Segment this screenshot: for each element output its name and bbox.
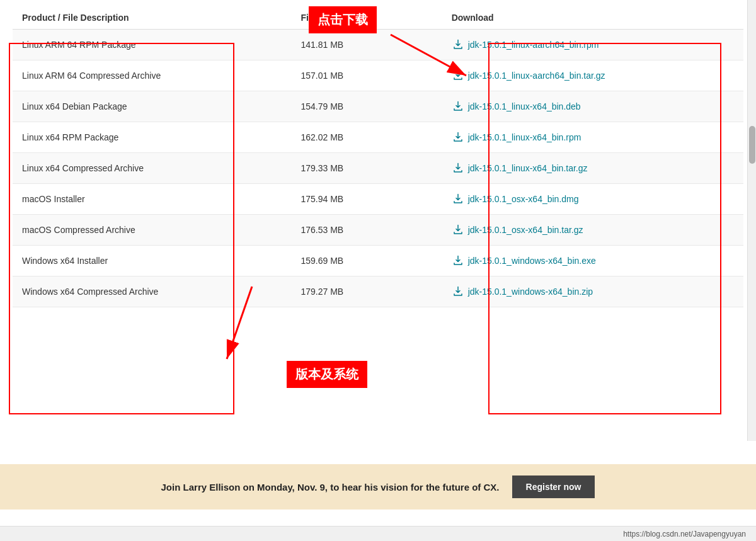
cell-filesize: 141.81 MB [291, 30, 442, 60]
download-icon [452, 285, 464, 298]
download-link[interactable]: jdk-15.0.1_linux-x64_bin.tar.gz [452, 162, 734, 174]
register-now-button[interactable]: Register now [512, 476, 595, 498]
cell-filesize: 162.02 MB [291, 122, 442, 153]
table-row: Linux x64 RPM Package162.02 MB jdk-15.0.… [13, 122, 743, 153]
download-filename: jdk-15.0.1_linux-x64_bin.rpm [468, 132, 581, 142]
download-link[interactable]: jdk-15.0.1_linux-aarch64_bin.tar.gz [452, 69, 734, 82]
table-row: Linux ARM 64 Compressed Archive157.01 MB… [13, 60, 743, 91]
download-icon [452, 69, 464, 82]
download-icon [452, 38, 464, 51]
download-filename: jdk-15.0.1_linux-aarch64_bin.tar.gz [468, 71, 605, 81]
cell-filesize: 154.79 MB [291, 91, 442, 122]
download-filename: jdk-15.0.1_windows-x64_bin.zip [468, 287, 593, 297]
cell-download: jdk-15.0.1_linux-x64_bin.deb [442, 91, 743, 122]
download-link[interactable]: jdk-15.0.1_windows-x64_bin.exe [452, 254, 734, 267]
download-filename: jdk-15.0.1_linux-aarch64_bin.rpm [468, 40, 599, 50]
cell-product: Linux ARM 64 RPM Package [13, 30, 291, 60]
download-icon [452, 162, 464, 174]
download-icon [452, 254, 464, 267]
table-row: Windows x64 Compressed Archive179.27 MB … [13, 276, 743, 307]
download-filename: jdk-15.0.1_linux-x64_bin.deb [468, 101, 581, 111]
download-table: Product / File Description File Size Dow… [13, 6, 743, 307]
cell-product: macOS Installer [13, 184, 291, 215]
table-row: macOS Compressed Archive176.53 MB jdk-15… [13, 215, 743, 246]
download-icon [452, 193, 464, 205]
download-icon [452, 224, 464, 236]
main-content: Product / File Description File Size Dow… [0, 6, 756, 307]
cell-filesize: 179.27 MB [291, 276, 442, 307]
table-row: Windows x64 Installer159.69 MB jdk-15.0.… [13, 246, 743, 276]
download-filename: jdk-15.0.1_windows-x64_bin.exe [468, 256, 596, 266]
cell-product: Windows x64 Compressed Archive [13, 276, 291, 307]
cell-product: Linux x64 Debian Package [13, 91, 291, 122]
cell-product: Linux x64 RPM Package [13, 122, 291, 153]
cell-filesize: 176.53 MB [291, 215, 442, 246]
table-row: Linux x64 Compressed Archive179.33 MB jd… [13, 153, 743, 184]
annotation-click: 点击下载 [309, 6, 377, 33]
scrollbar-thumb[interactable] [749, 126, 755, 164]
table-row: Linux ARM 64 RPM Package141.81 MB jdk-15… [13, 30, 743, 60]
download-link[interactable]: jdk-15.0.1_linux-x64_bin.deb [452, 100, 734, 113]
download-link[interactable]: jdk-15.0.1_osx-x64_bin.dmg [452, 193, 734, 205]
download-icon [452, 131, 464, 144]
cell-download: jdk-15.0.1_osx-x64_bin.dmg [442, 184, 743, 215]
scrollbar[interactable] [747, 0, 756, 441]
cell-download: jdk-15.0.1_linux-aarch64_bin.rpm [442, 30, 743, 60]
cell-download: jdk-15.0.1_osx-x64_bin.tar.gz [442, 215, 743, 246]
download-link[interactable]: jdk-15.0.1_linux-x64_bin.rpm [452, 131, 734, 144]
footer-banner-text: Join Larry Ellison on Monday, Nov. 9, to… [161, 482, 500, 493]
cell-download: jdk-15.0.1_windows-x64_bin.zip [442, 276, 743, 307]
col-header-product: Product / File Description [13, 6, 291, 30]
cell-product: Linux ARM 64 Compressed Archive [13, 60, 291, 91]
footer-banner: Join Larry Ellison on Monday, Nov. 9, to… [0, 464, 756, 510]
cell-product: macOS Compressed Archive [13, 215, 291, 246]
cell-download: jdk-15.0.1_linux-x64_bin.rpm [442, 122, 743, 153]
download-filename: jdk-15.0.1_osx-x64_bin.dmg [468, 194, 579, 204]
cell-filesize: 159.69 MB [291, 246, 442, 276]
cell-filesize: 157.01 MB [291, 60, 442, 91]
cell-filesize: 179.33 MB [291, 153, 442, 184]
download-link[interactable]: jdk-15.0.1_windows-x64_bin.zip [452, 285, 734, 298]
download-link[interactable]: jdk-15.0.1_osx-x64_bin.tar.gz [452, 224, 734, 236]
cell-download: jdk-15.0.1_linux-aarch64_bin.tar.gz [442, 60, 743, 91]
col-header-download: Download [442, 6, 743, 30]
cell-download: jdk-15.0.1_windows-x64_bin.exe [442, 246, 743, 276]
cell-product: Linux x64 Compressed Archive [13, 153, 291, 184]
cell-filesize: 175.94 MB [291, 184, 442, 215]
status-url: https://blog.csdn.net/Javapengyuyan [623, 530, 746, 538]
table-row: Linux x64 Debian Package154.79 MB jdk-15… [13, 91, 743, 122]
annotation-version: 版本及系统 [287, 361, 367, 388]
cell-product: Windows x64 Installer [13, 246, 291, 276]
table-row: macOS Installer175.94 MB jdk-15.0.1_osx-… [13, 184, 743, 215]
cell-download: jdk-15.0.1_linux-x64_bin.tar.gz [442, 153, 743, 184]
status-bar: https://blog.csdn.net/Javapengyuyan [0, 526, 756, 541]
download-filename: jdk-15.0.1_osx-x64_bin.tar.gz [468, 225, 583, 235]
download-filename: jdk-15.0.1_linux-x64_bin.tar.gz [468, 163, 588, 173]
download-icon [452, 100, 464, 113]
download-link[interactable]: jdk-15.0.1_linux-aarch64_bin.rpm [452, 38, 734, 51]
